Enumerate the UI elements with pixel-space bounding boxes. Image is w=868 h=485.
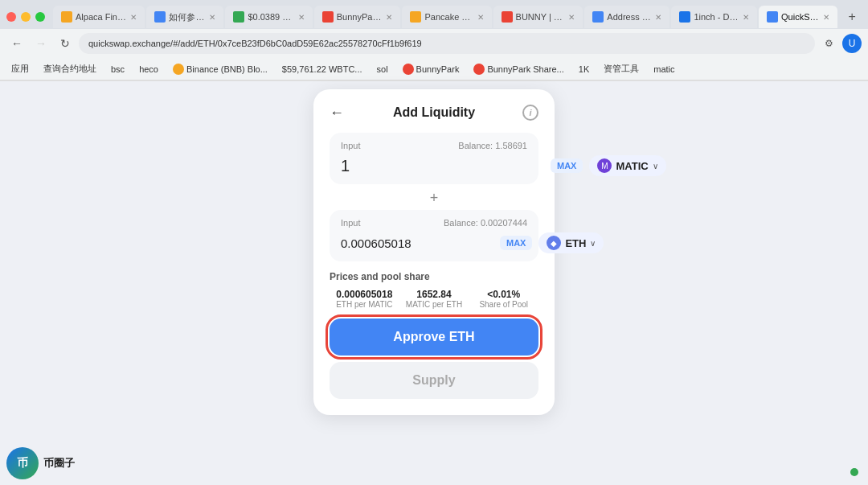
approve-eth-button[interactable]: Approve ETH (330, 319, 538, 356)
watermark: 币 币圈子 (6, 447, 75, 479)
matic-token-name: MATIC (616, 160, 648, 172)
tab-price[interactable]: $0.0389 FC... ✕ (225, 6, 312, 28)
amount-input-matic[interactable] (341, 157, 544, 175)
input-section-matic: Input Balance: 1.58691 MAX M MATIC ∨ (330, 133, 538, 184)
card-title: Add Liquidity (393, 105, 475, 120)
max-button-eth[interactable]: MAX (500, 236, 532, 250)
price-item-matic-per-eth: 1652.84 MATIC per ETH (399, 289, 469, 309)
bookmark-asset-tools[interactable]: 资管工具 (599, 61, 644, 76)
price-desc-matic-per-eth: MATIC per ETH (406, 300, 462, 309)
price-item-eth-per-matic: 0.000605018 ETH per MATIC (330, 289, 399, 309)
tab-bar: Alpaca Finan... ✕ 如何参与... ✕ $0.0389 FC..… (0, 0, 868, 29)
watermark-logo: 币 (6, 447, 39, 479)
bookmark-1k[interactable]: 1K (574, 63, 594, 76)
bookmark-wbtc[interactable]: $59,761.22 WBTC... (277, 63, 367, 76)
bookmark-contract[interactable]: 查询合约地址 (39, 61, 101, 76)
bookmark-binance[interactable]: Binance (BNB) Blo... (168, 62, 272, 76)
minimize-button[interactable] (21, 12, 31, 22)
nav-bar: ← → ↻ ⚙ U (0, 29, 868, 58)
eth-token-name: ETH (565, 237, 586, 249)
plus-divider: + (330, 191, 538, 205)
maximize-button[interactable] (35, 12, 45, 22)
tab-alpaca[interactable]: Alpaca Finan... ✕ (53, 6, 145, 28)
tab-pancake[interactable]: Pancake Sw... ✕ (402, 6, 491, 28)
extensions-button[interactable]: ⚙ (818, 33, 839, 54)
max-button-matic[interactable]: MAX (551, 158, 583, 173)
profile-button[interactable]: U (842, 34, 862, 53)
amount-input-eth[interactable] (341, 236, 493, 250)
bookmark-matic[interactable]: matic (649, 63, 679, 76)
bookmark-sol[interactable]: sol (372, 63, 393, 76)
bookmark-bunnypark-share[interactable]: BunnyPark Share... (469, 62, 568, 76)
new-tab-button[interactable]: + (842, 6, 862, 27)
price-value-pool-share: <0.01% (487, 289, 520, 300)
input-bottom-row-matic: MAX M MATIC ∨ (341, 155, 527, 176)
prices-title: Prices and pool share (330, 271, 538, 282)
input-top-row-eth: Input Balance: 0.00207444 (341, 218, 527, 228)
price-value-matic-per-eth: 1652.84 (416, 289, 451, 300)
eth-token-icon: ◆ (547, 236, 561, 250)
tab-bunnypark[interactable]: BunnyPark ... ✕ (314, 6, 401, 28)
tab-address[interactable]: Address 0x... ✕ (584, 6, 669, 28)
tab-bunny[interactable]: BUNNY | No... ✕ (493, 6, 583, 28)
watermark-text: 币圈子 (43, 456, 75, 471)
reload-button[interactable]: ↻ (55, 33, 76, 54)
info-icon[interactable]: i (522, 105, 538, 121)
input-label-eth: Input (341, 218, 360, 228)
traffic-lights (6, 12, 45, 22)
eth-token-selector[interactable]: ◆ ETH ∨ (538, 232, 604, 253)
prices-row: 0.000605018 ETH per MATIC 1652.84 MATIC … (330, 289, 538, 309)
price-desc-pool-share: Share of Pool (479, 300, 528, 309)
bookmark-apps[interactable]: 应用 (6, 61, 34, 76)
tab-quickswap[interactable]: QuickSwap ✕ (759, 6, 837, 28)
tab-1inch[interactable]: 1inch - DeF... ✕ (671, 6, 757, 28)
price-desc-eth-per-matic: ETH per MATIC (336, 300, 392, 309)
matic-token-icon: M (597, 158, 612, 173)
liquidity-card: ← Add Liquidity i Input Balance: 1.58691… (313, 89, 555, 415)
back-button[interactable]: ← (6, 33, 27, 54)
supply-button[interactable]: Supply (330, 362, 538, 399)
input-top-row-matic: Input Balance: 1.58691 (341, 141, 527, 150)
page-background: ← Add Liquidity i Input Balance: 1.58691… (0, 81, 868, 485)
input-bottom-row-eth: MAX ◆ ETH ∨ (341, 232, 527, 253)
price-value-eth-per-matic: 0.000605018 (336, 289, 392, 300)
input-label-matic: Input (341, 141, 360, 150)
matic-token-selector[interactable]: M MATIC ∨ (589, 155, 665, 176)
bookmark-bunnypark[interactable]: BunnyPark (398, 62, 465, 76)
input-balance-matic: Balance: 1.58691 (458, 141, 527, 150)
browser-chrome: Alpaca Finan... ✕ 如何参与... ✕ $0.0389 FC..… (0, 0, 868, 81)
forward-button[interactable]: → (31, 33, 51, 54)
address-bar[interactable] (79, 33, 815, 54)
matic-chevron-icon: ∨ (653, 162, 658, 171)
back-icon[interactable]: ← (330, 105, 344, 121)
bookmarks-bar: 应用 查询合约地址 bsc heco Binance (BNB) Blo... … (0, 58, 868, 80)
bookmark-bsc[interactable]: bsc (106, 63, 129, 76)
status-dot (850, 468, 858, 476)
price-item-pool-share: <0.01% Share of Pool (469, 289, 538, 309)
tab-howto[interactable]: 如何参与... ✕ (146, 6, 223, 28)
prices-section: Prices and pool share 0.000605018 ETH pe… (330, 271, 538, 309)
close-button[interactable] (6, 12, 16, 22)
bookmark-heco[interactable]: heco (134, 63, 163, 76)
input-section-eth: Input Balance: 0.00207444 MAX ◆ ETH ∨ (330, 210, 538, 261)
eth-chevron-icon: ∨ (590, 239, 596, 248)
input-balance-eth: Balance: 0.00207444 (444, 218, 527, 228)
card-header: ← Add Liquidity i (330, 105, 538, 120)
